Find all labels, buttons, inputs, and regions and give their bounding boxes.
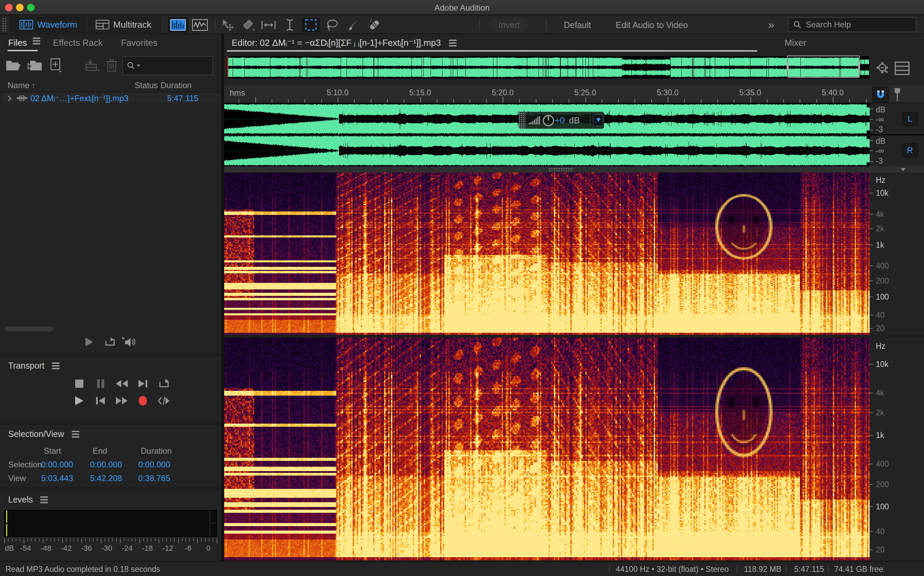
invert-button[interactable]: Invert [489,18,529,32]
left-channel-button[interactable]: L [902,112,918,126]
pause-button[interactable] [91,376,110,391]
status-message: Read MP3 Audio completed in 0.18 seconds [5,565,160,574]
scale-options-caret-icon[interactable] [901,168,906,171]
insert-into-multitrack-icon[interactable] [85,59,101,72]
ruler-tick [437,99,437,102]
fast-forward-button[interactable] [112,394,131,408]
magnet-icon [875,89,886,100]
workspace-edit-audio-to-video-button[interactable]: Edit Audio to Video [616,20,688,30]
overview-waveform[interactable] [227,56,870,78]
rewind-button[interactable] [112,376,131,391]
column-name[interactable]: Name ↑ [8,81,36,90]
tab-editor[interactable]: Editor: 02 ΔMᵢ⁻¹ = −αΣDᵢ[n][ΣF ⱼ ᵢ[n-1]+… [232,38,456,48]
spectrogram-left-channel[interactable] [224,173,870,335]
ruler-tick [800,99,800,102]
toolbar-separator [215,18,215,31]
loop-playback-icon[interactable] [104,337,116,347]
view-start-value[interactable]: 5:03.443 [35,474,73,483]
files-search-input[interactable] [141,61,203,70]
toolbar-grip-icon[interactable] [2,18,7,32]
hz-tick-label: 100 [876,502,889,512]
spectral-view-toggle[interactable] [190,18,210,32]
files-search-scope-caret-icon[interactable] [137,64,140,67]
column-duration[interactable]: Duration [161,81,192,90]
files-horizontal-scrollbar[interactable] [5,326,53,331]
ruler-tick [272,99,272,102]
column-status[interactable]: Status [135,81,158,90]
editor-panel-menu-icon[interactable] [449,42,456,44]
marker-icon[interactable] [893,88,902,102]
auto-play-speaker-icon[interactable] [122,336,137,348]
preview-play-icon[interactable] [85,337,94,347]
overview-view-range-box[interactable] [787,55,860,78]
marquee-selection-tool[interactable] [302,18,320,32]
gain-knob-icon[interactable] [542,114,555,127]
lasso-selection-tool[interactable] [323,18,341,32]
play-button[interactable] [70,394,89,408]
panel-divider[interactable] [221,34,224,561]
disclosure-chevron-icon[interactable] [7,95,12,101]
waveform-spectral-splitter[interactable] [224,166,924,173]
trash-icon[interactable] [106,58,118,72]
hz-tick-label: 100 [876,293,889,302]
tab-files[interactable]: Files [8,38,27,48]
tab-favorites[interactable]: Favorites [121,38,157,48]
spectrogram-right-channel[interactable] [224,338,870,560]
new-file-icon[interactable] [50,58,62,72]
selection-start-value[interactable]: 0:00.000 [35,460,73,469]
selection-duration-value[interactable]: 0:00.000 [133,460,170,469]
move-tool[interactable] [219,18,237,32]
loop-button[interactable] [154,376,174,391]
zoom-navigate-icon[interactable] [875,61,891,77]
stop-button[interactable] [70,376,89,391]
right-channel-button[interactable]: R [902,144,918,157]
timeline-ruler[interactable]: hms 5:10.05:15.05:20.05:25.05:30.05:35.0… [224,85,924,103]
hud-gain-value[interactable]: +0 [555,115,565,126]
tab-mixer[interactable]: Mixer [785,38,806,48]
help-search-input[interactable] [806,20,902,29]
hud-grip-icon[interactable] [519,112,526,128]
view-duration-value[interactable]: 0:38.765 [133,474,170,483]
paintbrush-tool[interactable] [344,18,362,32]
levels-menu-icon[interactable] [40,499,48,501]
workspace-default-button[interactable]: Default [564,20,591,30]
ruler-tick [519,99,520,102]
waveform-mode-label: Waveform [37,19,78,30]
time-selection-tool[interactable] [281,18,299,32]
move-to-start-button[interactable] [91,394,110,408]
ruler-time-label: 5:35.0 [740,88,761,98]
razor-tool[interactable] [240,18,258,32]
range-handle-right[interactable] [858,62,860,71]
gain-hud[interactable]: +0 dB [519,112,604,129]
slip-tool[interactable] [260,18,277,32]
overview-zone [224,52,924,85]
column-separator [158,81,159,91]
editor-layout-icon[interactable] [895,61,910,75]
snap-toggle-button[interactable] [872,87,889,102]
tab-effects-rack[interactable]: Effects Rack [53,38,102,48]
selection-view-menu-icon[interactable] [72,434,79,435]
multitrack-icon [96,20,109,29]
file-list-item[interactable]: 02 ΔMᵢ⁻…]+Fextᵢ[n⁻¹]].mp3 5:47.115 [2,92,220,104]
play-next-button[interactable] [133,376,152,391]
pin-icon [594,117,601,124]
range-handle-left[interactable] [786,62,789,71]
spot-healing-brush-tool[interactable] [366,18,383,32]
skip-selection-button[interactable] [154,394,174,408]
level-meter[interactable] [4,510,217,537]
multitrack-mode-button[interactable]: Multitrack [87,17,160,32]
view-end-value[interactable]: 5:42.208 [85,474,122,483]
levels-panel: Levels dB-54-48-42-36-30-24-18-12-60 [0,491,221,561]
record-button[interactable] [133,394,152,408]
files-panel-menu-icon[interactable] [33,40,40,42]
selection-end-value[interactable]: 0:00.000 [85,460,122,469]
hud-pin-button[interactable] [593,114,603,126]
window-title: Adobe Audition [0,3,924,13]
toolbar-overflow-button[interactable]: » [768,18,774,31]
waveform-mode-button[interactable]: Waveform [11,17,87,32]
open-file-icon[interactable] [5,59,21,72]
import-file-icon[interactable] [27,59,44,72]
transport-menu-icon[interactable] [52,365,59,366]
row-view-label: View [8,474,26,483]
waveform-view-toggle[interactable] [168,18,188,32]
